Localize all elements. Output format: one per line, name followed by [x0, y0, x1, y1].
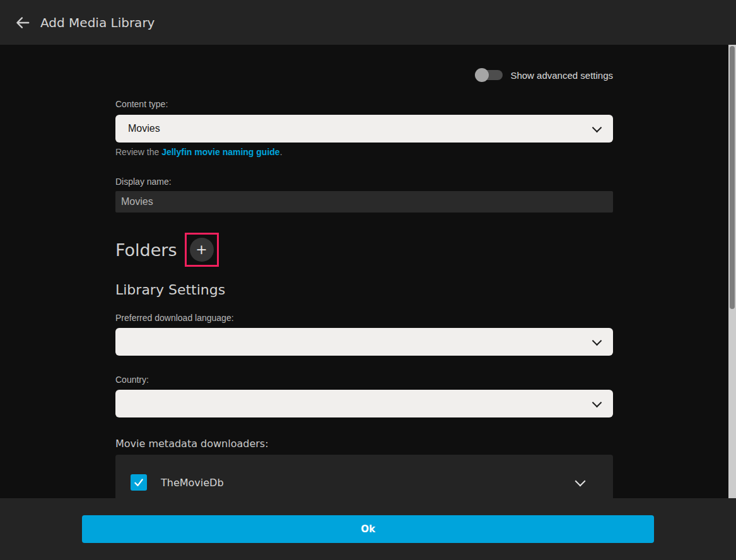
- page-title: Add Media Library: [40, 15, 155, 30]
- helper-prefix: Review the: [115, 147, 161, 157]
- back-button[interactable]: [13, 13, 33, 33]
- plus-icon: +: [196, 242, 207, 257]
- helper-suffix: .: [280, 147, 283, 157]
- display-name-input[interactable]: [115, 191, 613, 213]
- check-icon: [133, 477, 144, 488]
- chevron-down-icon[interactable]: [575, 476, 586, 487]
- downloader-row-themoviedb: TheMovieDb: [131, 474, 599, 491]
- content-type-value: Movies: [128, 123, 593, 134]
- content-type-select[interactable]: Movies: [115, 115, 613, 143]
- themoviedb-checkbox[interactable]: [131, 474, 147, 491]
- scroll-content: Show advanced settings Content type: Mov…: [0, 45, 736, 498]
- footer-bar: Ok: [0, 498, 736, 560]
- add-folder-focus-ring: +: [185, 233, 219, 267]
- scrollbar-track[interactable]: [728, 45, 736, 498]
- chevron-down-icon: [592, 335, 602, 346]
- chevron-down-icon: [592, 397, 602, 407]
- chevron-down-icon: [592, 122, 602, 132]
- downloader-name: TheMovieDb: [161, 477, 576, 489]
- content-type-label: Content type:: [115, 99, 613, 109]
- advanced-settings-row: Show advanced settings: [115, 45, 613, 82]
- show-advanced-settings-toggle[interactable]: [476, 70, 503, 80]
- ok-button[interactable]: Ok: [82, 515, 654, 543]
- display-name-label: Display name:: [115, 177, 613, 187]
- arrow-left-icon: [15, 15, 31, 31]
- preferred-language-select[interactable]: [115, 328, 613, 356]
- library-settings-heading: Library Settings: [115, 282, 613, 298]
- content-type-helper: Review the Jellyfin movie naming guide.: [115, 147, 613, 157]
- toggle-knob[interactable]: [475, 68, 489, 82]
- metadata-downloader-card: TheMovieDb: [115, 455, 613, 498]
- preferred-language-label: Preferred download language:: [115, 313, 613, 323]
- folders-section: Folders +: [115, 233, 613, 267]
- naming-guide-link[interactable]: Jellyfin movie naming guide: [161, 147, 279, 157]
- country-select[interactable]: [115, 390, 613, 417]
- add-folder-button[interactable]: +: [190, 238, 214, 262]
- folders-heading: Folders: [115, 240, 177, 260]
- advanced-settings-label: Show advanced settings: [510, 70, 613, 81]
- country-label: Country:: [115, 375, 613, 385]
- header-bar: Add Media Library: [0, 0, 736, 45]
- scrollbar-thumb[interactable]: [730, 46, 735, 309]
- metadata-downloaders-label: Movie metadata downloaders:: [115, 438, 613, 450]
